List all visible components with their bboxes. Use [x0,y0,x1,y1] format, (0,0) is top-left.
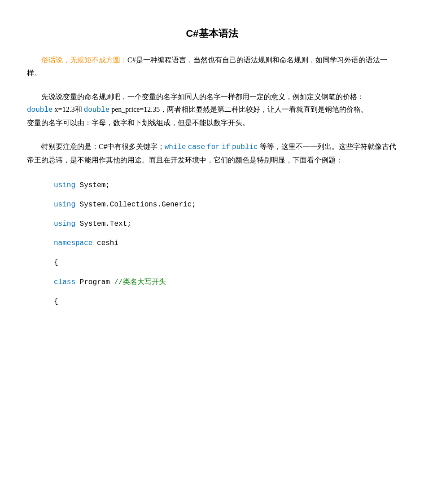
code-brace-1: { [54,259,58,267]
code-kw-using-2: using [54,201,75,209]
paragraph-3-text1: 特别要注意的是：C#中有很多关键字； [41,143,165,150]
code-brace-2: { [54,298,58,306]
paragraph-3-kw-while: while [165,143,186,151]
paragraph-2: 先说说变量的命名规则吧，一个变量的名字如同人的名字一样都用一定的意义，例如定义钢… [27,91,397,130]
code-line-4: namespace ceshi [54,236,397,251]
code-text-6: Program [75,278,110,286]
paragraph-1: 俗话说，无规矩不成方圆；C#是一种编程语言，当然也有自己的语法规则和命名规则，如… [27,54,397,80]
paragraph-3-kw-for: for [207,143,220,151]
code-text-4: ceshi [92,239,118,247]
code-kw-class: class [54,278,75,286]
paragraph-3-kw-case: case [188,143,205,151]
paragraph-2-text2: pen_price=12.35，两者相比显然是第二种比较好，让人一看就直到是钢笔… [109,105,368,113]
paragraph-3-kw-public: public [232,143,258,151]
code-block: using System; using System.Collections.G… [54,178,397,310]
code-line-6: class Program //类名大写开头 [54,275,397,290]
code-line-5: { [54,255,397,271]
paragraph-2-text1: x=12.3和 [53,105,84,113]
paragraph-2-kw1: double [27,106,53,114]
paragraph-2-kw2: double [84,106,110,114]
code-text-1: System; [75,181,110,189]
code-text-2: System.Collections.Generic; [75,201,196,209]
paragraph-2-line3: 变量的名字可以由：字母，数字和下划线组成，但是不能以数字开头。 [27,119,249,127]
code-line-7: { [54,294,397,310]
code-kw-using-1: using [54,181,75,189]
code-line-1: using System; [54,178,397,193]
code-kw-using-3: using [54,220,75,228]
paragraph-3-kw-if: if [222,143,230,151]
code-line-2: using System.Collections.Generic; [54,197,397,213]
paragraph-2-line1: 先说说变量的命名规则吧，一个变量的名字如同人的名字一样都用一定的意义，例如定义钢… [41,93,364,101]
paragraph-1-orange-text: 俗话说，无规矩不成方圆； [41,56,127,64]
code-line-3: using System.Text; [54,216,397,232]
code-text-3: System.Text; [75,220,131,228]
code-kw-namespace: namespace [54,239,92,247]
code-comment-6: //类名大写开头 [110,278,166,286]
paragraph-3: 特别要注意的是：C#中有很多关键字；while case for if publ… [27,140,397,167]
page-title: C#基本语法 [27,27,397,40]
